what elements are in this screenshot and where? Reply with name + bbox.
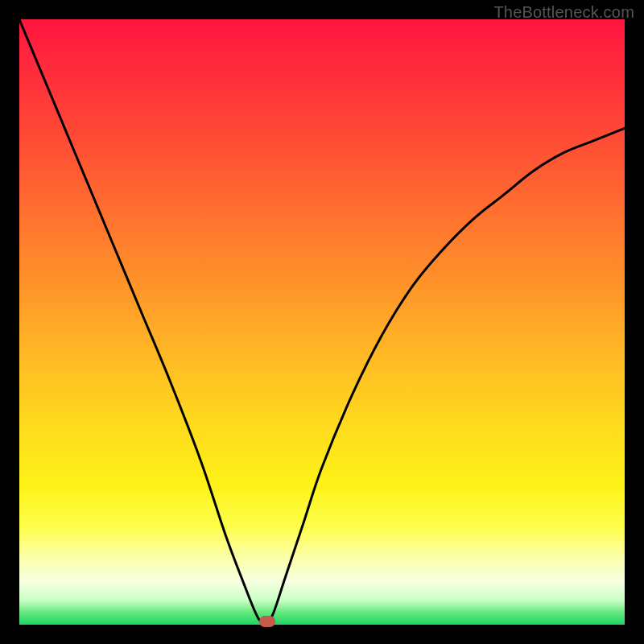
curve-svg xyxy=(19,19,625,625)
optimum-marker xyxy=(259,616,275,627)
bottleneck-curve xyxy=(19,19,625,623)
chart-area xyxy=(19,19,625,625)
watermark-text: TheBottleneck.com xyxy=(493,3,634,22)
